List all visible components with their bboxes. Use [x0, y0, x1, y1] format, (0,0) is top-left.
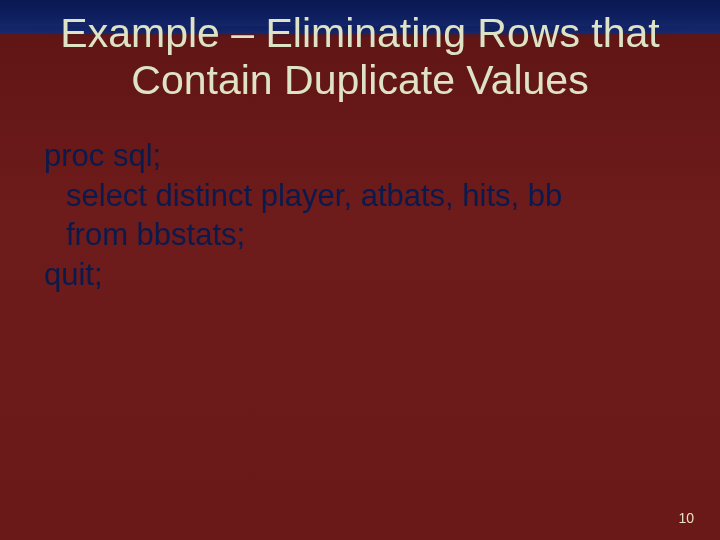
slide: Example – Eliminating Rows that Contain … — [0, 0, 720, 540]
page-number: 10 — [678, 510, 694, 526]
code-line-3: from bbstats; — [44, 215, 676, 255]
code-line-1: proc sql; — [44, 136, 676, 176]
code-line-4: quit; — [44, 255, 676, 295]
slide-body: proc sql; select distinct player, atbats… — [44, 136, 676, 295]
code-line-2: select distinct player, atbats, hits, bb — [44, 176, 676, 216]
slide-title: Example – Eliminating Rows that Contain … — [0, 10, 720, 104]
